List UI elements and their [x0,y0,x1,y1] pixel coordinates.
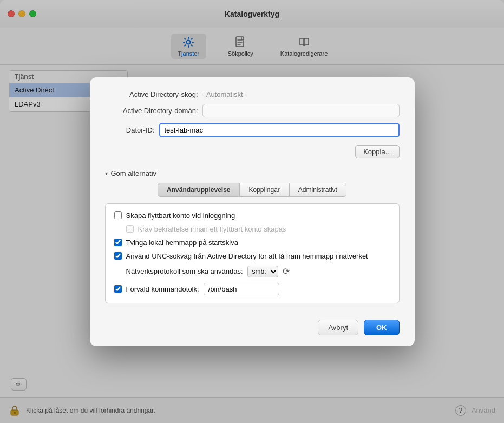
spinner-icon: ⟳ [283,266,290,276]
krav-bekraftelse-label: Kräv bekräftelse innan ett flyttbart kon… [138,225,286,233]
tab-kopplingar[interactable]: Kopplingar [239,183,289,197]
command-prompt-checkbox[interactable] [114,285,122,293]
modal-overlay: Active Directory-skog: - Automatiskt - A… [0,0,504,423]
hide-alternativ-toggle[interactable]: ▾ Göm alternativ [105,169,400,177]
option-tvinga-lokal: Tvinga lokal hemmapp på startskiva [114,239,390,247]
tvinga-lokal-checkbox[interactable] [114,239,122,246]
protocol-select[interactable]: smb: afp: [247,266,278,277]
option-skapa-flyttbart: Skapa flyttbart konto vid inloggning [114,212,390,220]
tab-anvandarupplevelse[interactable]: Användarupplevelse [158,183,239,197]
ok-button[interactable]: OK [364,320,400,335]
option-anvand-unc: Använd UNC-sökväg från Active Directory … [114,252,390,260]
cancel-button[interactable]: Avbryt [318,320,358,335]
command-prompt-input[interactable] [204,283,279,295]
command-prompt-label: Förvald kommandotolk: [126,285,199,293]
hide-alternativ-section: ▾ Göm alternativ Användarupplevelse Kopp… [105,169,400,303]
domain-label: Active Directory-domän: [105,107,202,115]
dator-id-input[interactable] [159,123,400,137]
forest-label: Active Directory-skog: [105,90,202,98]
domain-row: Active Directory-domän: [105,104,400,117]
koppla-row: Koppla... [105,145,400,158]
dialog-footer: Avbryt OK [105,320,400,335]
protocol-row: Nätverksprotokoll som ska användas: smb:… [114,266,390,277]
tab-administrativt[interactable]: Administrativt [289,183,346,197]
krav-bekraftelse-checkbox [126,225,134,233]
forest-value: - Automatiskt - [202,90,247,98]
skapa-flyttbart-checkbox[interactable] [114,212,122,219]
anvand-unc-checkbox[interactable] [114,252,122,260]
forest-row: Active Directory-skog: - Automatiskt - [105,90,400,98]
dator-id-row: Dator-ID: [105,123,400,137]
options-panel: Skapa flyttbart konto vid inloggning Krä… [105,203,400,303]
chevron-down-icon: ▾ [105,170,108,176]
command-prompt-row: Förvald kommandotolk: [114,283,390,295]
hide-alternativ-label: Göm alternativ [111,169,157,177]
domain-input[interactable] [202,104,400,117]
skapa-flyttbart-label: Skapa flyttbart konto vid inloggning [126,212,235,220]
main-window: Katalogverktyg Tjänster Sökpolicy [0,0,504,423]
dialog: Active Directory-skog: - Automatiskt - A… [90,77,415,346]
protocol-label: Nätverksprotokoll som ska användas: [126,267,243,275]
dator-id-label: Dator-ID: [105,126,159,134]
anvand-unc-label: Använd UNC-sökväg från Active Directory … [126,252,368,260]
koppla-button[interactable]: Koppla... [355,145,399,158]
tab-group: Användarupplevelse Kopplingar Administra… [105,183,400,197]
tvinga-lokal-label: Tvinga lokal hemmapp på startskiva [126,239,238,247]
dialog-form: Active Directory-skog: - Automatiskt - A… [105,90,400,335]
option-krav-bekraftelse: Kräv bekräftelse innan ett flyttbart kon… [114,225,390,233]
